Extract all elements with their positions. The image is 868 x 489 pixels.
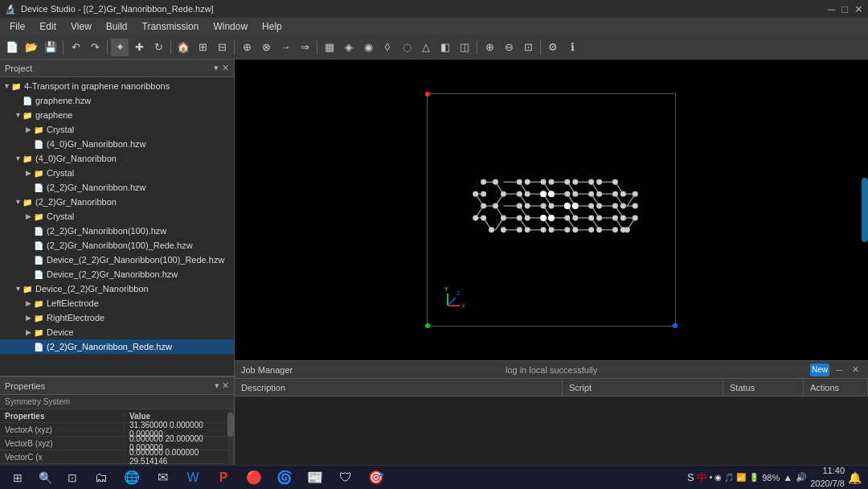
menu-edit[interactable]: Edit — [33, 19, 63, 34]
tree-item-gr_22_folder[interactable]: ▼📁(2_2)Gr_Nanoribbon — [0, 195, 234, 209]
toolbar-open[interactable]: 📂 — [23, 39, 40, 56]
taskbar-app-store[interactable]: 🎯 — [363, 467, 389, 488]
tree-label: Crystal — [47, 168, 74, 178]
tree-item-gr_nano_hzw[interactable]: 📄(4_0)Gr_Nanoribbon.hzw — [0, 137, 234, 151]
tree-item-gr_22_hzw[interactable]: 📄(2_2)Gr_Nanoribbon.hzw — [0, 180, 234, 195]
taskbar-app-edge[interactable]: 🌐 — [119, 467, 145, 488]
start-button[interactable]: ⊞ — [6, 467, 29, 488]
tree-arrow: ▶ — [26, 125, 34, 134]
taskbar-app-ppt[interactable]: P — [211, 467, 236, 488]
tree-item-crystal2[interactable]: ▶📁Crystal — [0, 166, 234, 180]
toolbar-btn4[interactable]: ◊ — [379, 39, 396, 56]
jm-close-icon[interactable]: ✕ — [849, 364, 862, 376]
task-view-button[interactable]: ⊡ — [61, 467, 84, 488]
menu-build[interactable]: Build — [100, 19, 134, 34]
tree-item-device_sub[interactable]: ▶📁Device — [0, 325, 234, 339]
properties-close-icon[interactable]: ✕ — [222, 380, 229, 390]
toolbar-settings[interactable]: ⚙ — [544, 39, 562, 56]
menu-view[interactable]: View — [64, 19, 98, 34]
tree-item-graphene_folder[interactable]: ▼📁graphene — [0, 108, 234, 122]
jm-minimize-icon[interactable]: ─ — [833, 364, 845, 376]
taskbar-app-chrome[interactable]: 🌀 — [272, 467, 297, 488]
toolbar-move[interactable]: ✚ — [130, 39, 148, 56]
toolbar-new[interactable]: 📄 — [3, 39, 21, 56]
toolbar-btn3[interactable]: ◉ — [359, 39, 377, 56]
project-tree[interactable]: ▼📁4-Transport in graphene nanoribbons 📄g… — [0, 77, 234, 376]
viewport-scrollbar[interactable] — [862, 178, 868, 242]
maximize-button[interactable]: □ — [841, 3, 848, 15]
menu-transmission[interactable]: Transmission — [136, 19, 206, 34]
toolbar-zoom-out[interactable]: ⊖ — [500, 39, 518, 56]
toolbar-atom[interactable]: ⊕ — [238, 39, 256, 56]
toolbar-arrow2[interactable]: ⇒ — [296, 39, 313, 56]
toolbar-bond[interactable]: ⊗ — [257, 39, 275, 56]
svg-point-66 — [517, 179, 522, 185]
toolbar-save[interactable]: 💾 — [42, 39, 59, 56]
svg-point-128 — [624, 227, 630, 232]
toolbar-undo[interactable]: ↶ — [67, 39, 84, 56]
tree-item-crystal1[interactable]: ▶📁Crystal — [0, 122, 234, 137]
tree-item-root[interactable]: ▼📁4-Transport in graphene nanoribbons — [0, 79, 234, 93]
toolbar-redo[interactable]: ↷ — [86, 39, 104, 56]
menu-help[interactable]: Help — [256, 19, 289, 34]
taskbar-right: S 中 • ◉ 🎵 📶 🔋 98% ▲ 🔊 11:40 2020/7/8 🔔 — [687, 465, 862, 489]
taskbar-app-red[interactable]: 🔴 — [241, 467, 267, 488]
toolbar-home[interactable]: 🏠 — [174, 39, 192, 56]
svg-point-74 — [612, 179, 618, 185]
svg-point-91 — [517, 203, 522, 209]
search-button[interactable]: 🔍 — [34, 467, 56, 488]
svg-point-113 — [612, 215, 618, 220]
tree-item-device_22_100_rede[interactable]: 📄Device_(2_2)Gr_Nanoribbon(100)_Rede.hzw — [0, 253, 234, 267]
close-button[interactable]: ✕ — [854, 3, 863, 15]
taskbar-app-mail[interactable]: ✉ — [149, 467, 175, 488]
tree-item-gr_22_100_rede[interactable]: 📄(2_2)Gr_Nanoribbon(100)_Rede.hzw — [0, 238, 234, 253]
tree-item-gr_nano_folder[interactable]: ▼📁(4_0)Gr_Nanoribbon — [0, 151, 234, 166]
props-scrollbar[interactable] — [227, 409, 234, 465]
jm-info-button[interactable]: New — [810, 364, 829, 376]
toolbar-grid[interactable]: ⊞ — [194, 39, 211, 56]
taskbar-app-word[interactable]: W — [180, 467, 206, 488]
tree-item-gr_22_rede_selected[interactable]: 📄(2_2)Gr_Nanoribbon_Rede.hzw — [0, 339, 234, 354]
toolbar-btn5[interactable]: ◌ — [398, 39, 416, 56]
battery-level: 98% — [762, 473, 780, 483]
minimize-button[interactable]: ─ — [828, 3, 835, 15]
tree-item-device_22_folder[interactable]: ▼📁Device_(2_2)Gr_Nanoribbon — [0, 281, 234, 296]
toolbar-btn8[interactable]: ◫ — [456, 39, 473, 56]
toolbar-select[interactable]: ✦ — [111, 39, 129, 56]
menu-file[interactable]: File — [3, 19, 31, 34]
toolbar-grid2[interactable]: ⊟ — [213, 39, 231, 56]
toolbar-info[interactable]: ℹ — [563, 39, 581, 56]
tree-icon: 📁 — [23, 198, 34, 207]
title-bar-left: 🔬 Device Studio - [(2_2)Gr_Nanoribbon_Re… — [5, 4, 214, 14]
toolbar-zoom-in[interactable]: ⊕ — [481, 39, 498, 56]
toolbar-btn2[interactable]: ◈ — [340, 39, 358, 56]
project-pin-icon[interactable]: ▾ — [214, 63, 219, 73]
svg-point-100 — [620, 203, 626, 209]
toolbar-btn6[interactable]: △ — [417, 39, 435, 56]
tree-item-graphene_hzw[interactable]: 📄graphene.hzw — [0, 93, 234, 108]
taskbar-app-security[interactable]: 🛡 — [333, 467, 358, 488]
toolbar-rotate[interactable]: ↻ — [149, 39, 167, 56]
toolbar-btn7[interactable]: ◧ — [436, 39, 454, 56]
taskbar-clock[interactable]: 11:40 2020/7/8 — [810, 465, 845, 489]
project-close-icon[interactable]: ✕ — [222, 63, 229, 73]
tree-item-crystal3[interactable]: ▶📁Crystal — [0, 209, 234, 224]
tree-item-right_electrode[interactable]: ▶📁RightElectrode — [0, 310, 234, 325]
viewport[interactable]: X Y Z — [235, 60, 868, 360]
svg-point-93 — [541, 203, 547, 209]
properties-pin-icon[interactable]: ▾ — [215, 380, 219, 390]
taskbar-app-explorer[interactable]: 🗂 — [88, 467, 114, 488]
toolbar-arrow[interactable]: → — [276, 39, 294, 56]
tree-item-gr_22_100[interactable]: 📄(2_2)Gr_Nanoribbon(100).hzw — [0, 224, 234, 238]
toolbar-btn1[interactable]: ▦ — [321, 39, 338, 56]
taskbar-app-news[interactable]: 📰 — [302, 467, 328, 488]
notification-icon[interactable]: 🔔 — [848, 471, 862, 484]
svg-point-90 — [493, 203, 498, 209]
tree-item-device_22[interactable]: 📄Device_(2_2)Gr_Nanoribbon.hzw — [0, 267, 234, 281]
tree-item-left_electrode[interactable]: ▶📁LeftElectrode — [0, 296, 234, 310]
left-panel: Project ▾ ✕ ▼📁4-Transport in graphene na… — [0, 60, 235, 465]
menu-window[interactable]: Window — [207, 19, 254, 34]
tree-arrow: ▼ — [3, 82, 11, 90]
toolbar-fit[interactable]: ⊡ — [519, 39, 537, 56]
tree-label: 4-Transport in graphene nanoribbons — [24, 81, 170, 91]
